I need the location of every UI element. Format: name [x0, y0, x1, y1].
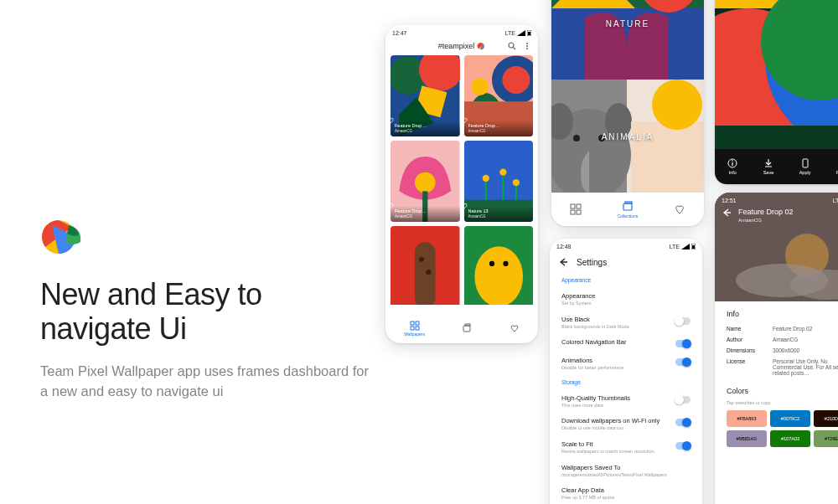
tab-wallpapers[interactable]: Wallpapers [404, 321, 425, 337]
mockup-preview: Info Save Apply Favorite [715, 0, 838, 184]
svg-rect-40 [416, 327, 419, 330]
color-swatches: #FBA893 #0079C2 #210D00 #9B8DAD #107A03 … [727, 410, 838, 447]
heart-icon[interactable] [391, 117, 457, 133]
svg-rect-58 [577, 210, 581, 214]
tab-collections[interactable]: Collections [618, 200, 638, 219]
wallpaper-title: Feature Drop 02 [738, 208, 794, 216]
tab-favorites[interactable] [674, 203, 685, 215]
color-swatch[interactable]: #0079C2 [770, 410, 810, 427]
svg-point-4 [509, 43, 514, 48]
svg-rect-57 [571, 210, 575, 214]
category-label: NATURE [606, 18, 649, 28]
info-row: AuthorAmaanCG [727, 334, 838, 345]
mockup-info: 12:51LTE Feature Drop 02 AmaanCG Info Na… [715, 193, 838, 504]
setting-row[interactable]: Colored Navigation Bar [550, 334, 702, 352]
section-header: Info [727, 310, 838, 318]
category-label: ANIMALIA [602, 131, 654, 141]
svg-rect-38 [416, 321, 419, 325]
svg-line-5 [514, 48, 516, 50]
settings-title: Settings [577, 258, 607, 267]
mockup-collections: NATURE ANIMALIA Collections [551, 0, 704, 226]
svg-point-69 [732, 160, 733, 162]
color-swatch[interactable]: #FBA893 [727, 410, 767, 427]
wallpaper-thumb[interactable] [391, 226, 460, 305]
setting-row[interactable]: Use BlackBlack backgrounds in Dark Mode [550, 311, 702, 335]
wallpaper-author: AmaanCG [738, 218, 762, 223]
heart-icon [674, 203, 685, 215]
wallpaper-thumb[interactable]: Feature Drop…AmaanCG [464, 55, 534, 136]
color-swatch[interactable]: #729E58 [814, 430, 838, 447]
svg-rect-30 [415, 242, 436, 305]
svg-point-19 [415, 172, 436, 193]
svg-point-6 [526, 43, 528, 44]
heart-icon[interactable] [391, 203, 457, 219]
subtext: Team Pixel Wallpaper app uses frames das… [40, 362, 375, 402]
wallpaper-thumb[interactable] [464, 226, 534, 305]
svg-rect-42 [465, 324, 470, 326]
svg-point-54 [652, 80, 702, 130]
app-title: #teampixel [438, 42, 486, 50]
toggle[interactable] [675, 396, 691, 404]
svg-rect-60 [625, 202, 632, 203]
category-nature[interactable]: NATURE [551, 0, 704, 80]
bottom-nav: Collections [551, 193, 704, 226]
svg-rect-2 [528, 32, 530, 35]
statusbar: 12:47 LTE [385, 25, 538, 39]
setting-row[interactable]: Download wallpapers on Wi-Fi onlyDisable… [550, 413, 702, 436]
collections-icon [622, 200, 634, 212]
color-swatch[interactable]: #107A03 [770, 430, 810, 447]
setting-row[interactable]: AppearanceSet by System [550, 288, 702, 311]
wallpaper-thumb[interactable]: Feature Drop…AmaanCG [391, 141, 460, 222]
toggle[interactable] [675, 419, 691, 426]
back-arrow-icon[interactable] [558, 257, 568, 267]
info-row: LicensePersonal Use Only. No Commercial … [727, 356, 838, 378]
svg-point-34 [474, 246, 523, 305]
info-icon [727, 158, 737, 168]
svg-rect-59 [623, 203, 632, 210]
info-button[interactable]: Info [727, 158, 737, 175]
setting-row[interactable]: AnimationsDisable for better performance [550, 352, 702, 376]
wallpaper-thumb[interactable]: Nature 13AmaanCG [464, 141, 534, 222]
wallpaper-thumb[interactable]: Feature Drop…AmaanCG [391, 55, 460, 136]
toggle[interactable] [675, 317, 691, 325]
color-swatch[interactable]: #9B8DAD [727, 430, 767, 447]
svg-rect-56 [577, 204, 581, 208]
setting-row[interactable]: Clear App DataFree up 3.77 MB of space [550, 482, 702, 504]
section-header: Appearance [550, 274, 702, 288]
svg-rect-41 [463, 326, 470, 332]
tab-wallpapers[interactable] [570, 203, 582, 215]
svg-point-23 [482, 175, 489, 182]
grid-icon [410, 321, 420, 331]
collections-icon [462, 323, 472, 333]
color-swatch[interactable]: #210D00 [814, 410, 838, 427]
category-animalia[interactable]: ANIMALIA [551, 80, 704, 193]
section-header: Colors [727, 387, 838, 395]
tab-collections[interactable] [462, 323, 472, 333]
wallpaper-grid: Feature Drop…AmaanCG Feature Drop…AmaanC… [385, 55, 538, 305]
svg-point-25 [512, 179, 519, 186]
bottom-nav: Wallpapers [385, 313, 538, 343]
colors-subtitle: Tap swatches to copy [727, 400, 838, 405]
overflow-icon[interactable] [523, 42, 531, 50]
wallpaper-preview[interactable] [715, 0, 838, 149]
toggle[interactable] [675, 340, 691, 347]
svg-point-35 [489, 261, 494, 266]
heart-icon[interactable] [464, 203, 530, 219]
heart-icon[interactable] [464, 117, 530, 133]
setting-row[interactable]: Wallpapers Saved To/storage/emulated/0/P… [550, 460, 702, 483]
tab-favorites[interactable] [510, 323, 520, 333]
save-button[interactable]: Save [763, 158, 774, 175]
marketing-copy: New and Easy to navigate Ui Team Pixel W… [40, 213, 375, 402]
action-bar: Info Save Apply Favorite [715, 149, 838, 184]
search-icon[interactable] [508, 42, 516, 50]
svg-point-24 [499, 169, 506, 176]
svg-rect-39 [411, 327, 414, 330]
svg-point-7 [526, 45, 528, 47]
apply-button[interactable]: Apply [799, 158, 811, 175]
setting-row[interactable]: Scale to FitResize wallpapers to match s… [550, 436, 702, 460]
mockup-wallpapers: 12:47 LTE #teampixel Feature Drop…AmaanC… [385, 25, 538, 343]
toggle[interactable] [675, 358, 691, 366]
toggle[interactable] [675, 442, 691, 450]
svg-rect-55 [571, 204, 575, 208]
setting-row[interactable]: High-Quality ThumbnailsThis uses more da… [550, 390, 702, 414]
